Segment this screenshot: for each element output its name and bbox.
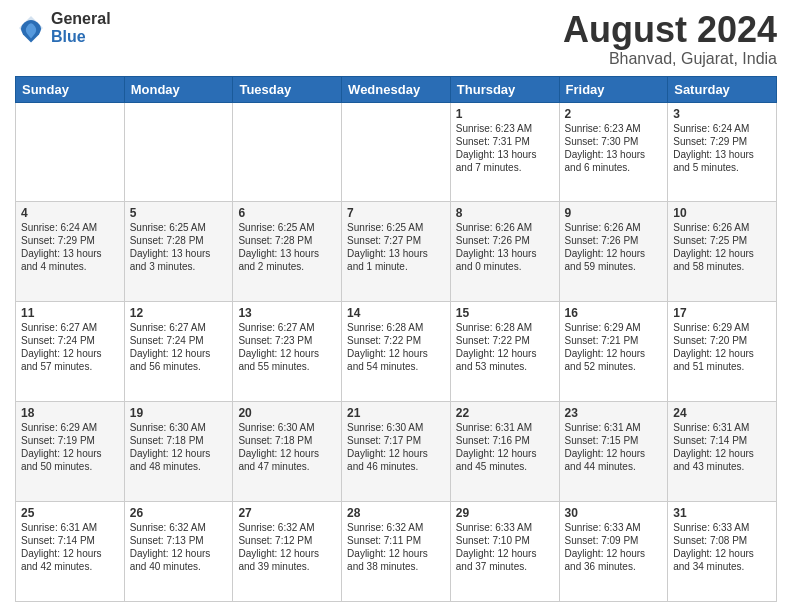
calendar-cell: 31Sunrise: 6:33 AMSunset: 7:08 PMDayligh… [668,502,777,602]
day-info: and 7 minutes. [456,161,554,174]
day-info: Sunrise: 6:32 AM [347,521,445,534]
calendar-cell: 16Sunrise: 6:29 AMSunset: 7:21 PMDayligh… [559,302,668,402]
day-info: Sunset: 7:26 PM [456,234,554,247]
day-info: Sunrise: 6:29 AM [21,421,119,434]
day-info: Sunrise: 6:27 AM [21,321,119,334]
day-number: 20 [238,406,336,420]
day-info: Daylight: 12 hours [130,547,228,560]
day-info: Sunrise: 6:31 AM [673,421,771,434]
day-info: and 42 minutes. [21,560,119,573]
day-info: and 6 minutes. [565,161,663,174]
calendar-cell: 29Sunrise: 6:33 AMSunset: 7:10 PMDayligh… [450,502,559,602]
day-number: 25 [21,506,119,520]
day-info: and 3 minutes. [130,260,228,273]
day-info: and 34 minutes. [673,560,771,573]
calendar-cell: 1Sunrise: 6:23 AMSunset: 7:31 PMDaylight… [450,102,559,202]
calendar-header-row: SundayMondayTuesdayWednesdayThursdayFrid… [16,76,777,102]
day-info: Sunset: 7:15 PM [565,434,663,447]
calendar-cell: 25Sunrise: 6:31 AMSunset: 7:14 PMDayligh… [16,502,125,602]
day-info: Sunrise: 6:26 AM [565,221,663,234]
calendar-cell: 12Sunrise: 6:27 AMSunset: 7:24 PMDayligh… [124,302,233,402]
calendar-cell: 13Sunrise: 6:27 AMSunset: 7:23 PMDayligh… [233,302,342,402]
day-info: Daylight: 12 hours [21,447,119,460]
calendar-header-friday: Friday [559,76,668,102]
day-number: 28 [347,506,445,520]
calendar-cell: 8Sunrise: 6:26 AMSunset: 7:26 PMDaylight… [450,202,559,302]
day-info: Sunrise: 6:31 AM [21,521,119,534]
day-info: Sunset: 7:24 PM [130,334,228,347]
calendar-week-row: 4Sunrise: 6:24 AMSunset: 7:29 PMDaylight… [16,202,777,302]
day-number: 18 [21,406,119,420]
logo-blue: Blue [51,28,111,46]
day-info: and 48 minutes. [130,460,228,473]
day-info: Sunrise: 6:28 AM [456,321,554,334]
header: General Blue August 2024 Bhanvad, Gujara… [15,10,777,68]
calendar-cell: 10Sunrise: 6:26 AMSunset: 7:25 PMDayligh… [668,202,777,302]
day-info: Sunrise: 6:25 AM [347,221,445,234]
calendar-cell: 24Sunrise: 6:31 AMSunset: 7:14 PMDayligh… [668,402,777,502]
day-info: and 57 minutes. [21,360,119,373]
day-info: and 52 minutes. [565,360,663,373]
day-number: 14 [347,306,445,320]
day-number: 13 [238,306,336,320]
day-info: Daylight: 13 hours [238,247,336,260]
day-number: 17 [673,306,771,320]
day-info: Daylight: 12 hours [565,247,663,260]
day-info: and 4 minutes. [21,260,119,273]
calendar-cell: 4Sunrise: 6:24 AMSunset: 7:29 PMDaylight… [16,202,125,302]
day-info: Sunset: 7:22 PM [347,334,445,347]
calendar-week-row: 25Sunrise: 6:31 AMSunset: 7:14 PMDayligh… [16,502,777,602]
day-number: 22 [456,406,554,420]
logo-general: General [51,10,111,28]
day-info: Sunrise: 6:32 AM [238,521,336,534]
day-info: Daylight: 12 hours [238,347,336,360]
day-info: Daylight: 12 hours [347,547,445,560]
day-info: Sunrise: 6:24 AM [673,122,771,135]
day-info: Sunrise: 6:29 AM [673,321,771,334]
day-info: Sunset: 7:26 PM [565,234,663,247]
day-info: Daylight: 13 hours [130,247,228,260]
day-info: and 44 minutes. [565,460,663,473]
calendar-header-monday: Monday [124,76,233,102]
day-info: Daylight: 12 hours [673,247,771,260]
calendar-week-row: 1Sunrise: 6:23 AMSunset: 7:31 PMDaylight… [16,102,777,202]
calendar-week-row: 11Sunrise: 6:27 AMSunset: 7:24 PMDayligh… [16,302,777,402]
calendar-cell: 27Sunrise: 6:32 AMSunset: 7:12 PMDayligh… [233,502,342,602]
day-info: and 56 minutes. [130,360,228,373]
day-info: Sunset: 7:18 PM [130,434,228,447]
calendar-header-thursday: Thursday [450,76,559,102]
day-info: Sunrise: 6:32 AM [130,521,228,534]
day-info: and 54 minutes. [347,360,445,373]
day-number: 10 [673,206,771,220]
day-info: and 47 minutes. [238,460,336,473]
calendar-cell: 23Sunrise: 6:31 AMSunset: 7:15 PMDayligh… [559,402,668,502]
day-number: 4 [21,206,119,220]
day-info: Sunrise: 6:27 AM [130,321,228,334]
calendar-cell [124,102,233,202]
calendar-header-wednesday: Wednesday [342,76,451,102]
calendar-cell [16,102,125,202]
day-info: Daylight: 13 hours [21,247,119,260]
day-info: and 36 minutes. [565,560,663,573]
day-info: Sunset: 7:27 PM [347,234,445,247]
day-number: 12 [130,306,228,320]
day-number: 1 [456,107,554,121]
calendar-cell: 6Sunrise: 6:25 AMSunset: 7:28 PMDaylight… [233,202,342,302]
day-number: 29 [456,506,554,520]
day-info: Sunset: 7:12 PM [238,534,336,547]
day-info: Daylight: 12 hours [21,547,119,560]
day-info: and 53 minutes. [456,360,554,373]
day-info: Sunset: 7:29 PM [21,234,119,247]
day-info: Sunset: 7:11 PM [347,534,445,547]
calendar-cell: 2Sunrise: 6:23 AMSunset: 7:30 PMDaylight… [559,102,668,202]
day-info: Sunset: 7:29 PM [673,135,771,148]
calendar-cell: 3Sunrise: 6:24 AMSunset: 7:29 PMDaylight… [668,102,777,202]
day-info: and 5 minutes. [673,161,771,174]
calendar-cell: 22Sunrise: 6:31 AMSunset: 7:16 PMDayligh… [450,402,559,502]
day-info: Sunset: 7:24 PM [21,334,119,347]
day-info: Sunrise: 6:23 AM [456,122,554,135]
day-info: Sunset: 7:13 PM [130,534,228,547]
calendar-cell: 21Sunrise: 6:30 AMSunset: 7:17 PMDayligh… [342,402,451,502]
title-area: August 2024 Bhanvad, Gujarat, India [563,10,777,68]
location: Bhanvad, Gujarat, India [563,50,777,68]
